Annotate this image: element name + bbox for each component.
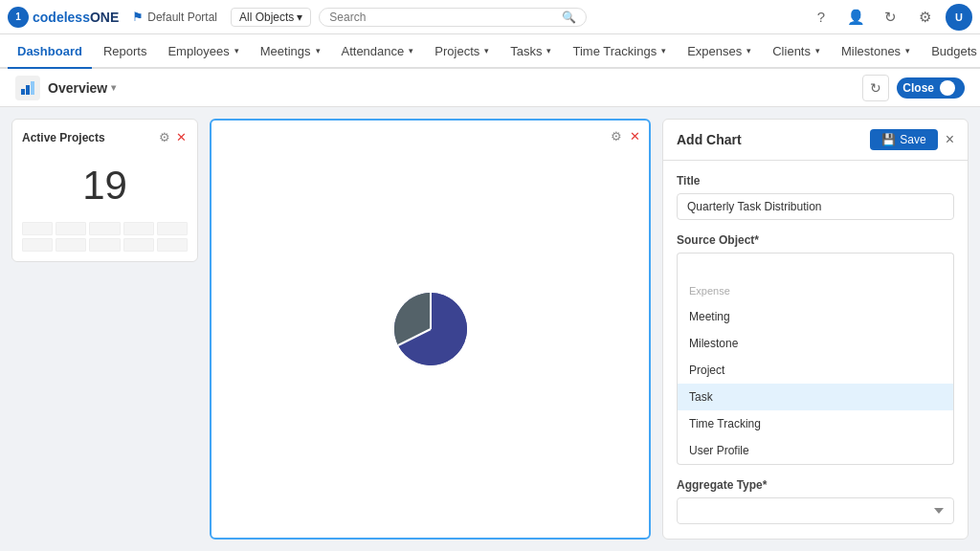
nav-label-time-trackings: Time Trackings xyxy=(572,44,657,58)
widget-close-button[interactable]: ✕ xyxy=(175,129,188,145)
all-objects-label: All Objects xyxy=(239,11,294,24)
toggle-circle xyxy=(940,80,955,96)
employees-chevron-icon: ▾ xyxy=(234,46,239,55)
nav-item-reports[interactable]: Reports xyxy=(94,34,157,69)
title-field-label: Title xyxy=(677,174,954,187)
dropdown-item-task[interactable]: Task xyxy=(678,384,953,410)
center-chart-panel: ⚙ ✕ xyxy=(210,119,651,540)
refresh-button[interactable]: ↻ xyxy=(862,75,889,101)
nav-item-expenses[interactable]: Expenses ▾ xyxy=(678,34,761,69)
users-icon[interactable]: 👤 xyxy=(842,4,869,31)
source-object-field-group: Source Object* Expense Meeting Milestone… xyxy=(677,233,954,465)
nav-item-tasks[interactable]: Tasks ▾ xyxy=(501,34,561,69)
dropdown-item-project[interactable]: Project xyxy=(678,357,953,384)
dropdown-item-expense-partial[interactable]: Expense xyxy=(678,278,953,303)
active-projects-widget: Active Projects ⚙ ✕ 19 xyxy=(11,119,198,262)
grid-cell xyxy=(56,222,86,235)
grid-cell xyxy=(22,238,53,252)
dropdown-item-milestone[interactable]: Milestone xyxy=(678,330,953,357)
meetings-chevron-icon: ▾ xyxy=(316,46,321,55)
svg-rect-1 xyxy=(26,85,30,95)
history-icon[interactable]: ↻ xyxy=(877,4,903,31)
title-field-group: Title xyxy=(677,174,954,220)
nav-item-attendance[interactable]: Attendance ▾ xyxy=(332,34,424,69)
svg-rect-0 xyxy=(21,89,25,95)
save-button[interactable]: 💾 Save xyxy=(870,129,937,150)
overview-title-text: Overview xyxy=(48,80,107,96)
widget-grid xyxy=(22,222,188,252)
widget-settings-button[interactable]: ⚙ xyxy=(158,129,171,145)
chart-icon xyxy=(392,291,469,367)
nav-label-employees: Employees xyxy=(167,44,229,58)
source-field-label: Source Object* xyxy=(677,233,954,247)
overview-icon xyxy=(15,76,40,100)
panel-header: Add Chart 💾 Save × xyxy=(663,120,968,161)
logo-text: codelessONE xyxy=(33,10,119,25)
dropdown-item-user-profile[interactable]: User Profile xyxy=(678,437,953,464)
svg-rect-2 xyxy=(31,81,34,95)
grid-cell xyxy=(89,222,120,235)
aggregate-property-label: Aggregate Property* xyxy=(677,538,954,539)
chart-settings-button[interactable]: ⚙ xyxy=(610,128,623,144)
time-trackings-chevron-icon: ▾ xyxy=(661,46,666,55)
chevron-down-icon: ▾ xyxy=(297,11,302,24)
nav-item-projects[interactable]: Projects ▾ xyxy=(425,34,499,69)
search-input[interactable] xyxy=(329,11,562,24)
widget-header: Active Projects ⚙ ✕ xyxy=(22,129,188,145)
overview-bar: Overview ▾ ↻ Close xyxy=(0,69,980,107)
nav-item-dashboard[interactable]: Dashboard xyxy=(8,34,92,69)
nav-label-budgets: Budgets xyxy=(931,44,977,58)
nav-label-projects: Projects xyxy=(434,44,479,58)
panel-body: Title Source Object* Expense Meeting Mil… xyxy=(663,161,968,539)
nav-bar: Dashboard Reports Employees ▾ Meetings ▾… xyxy=(0,34,980,69)
nav-item-meetings[interactable]: Meetings ▾ xyxy=(251,34,330,69)
add-chart-panel: Add Chart 💾 Save × Title Source Object* xyxy=(662,119,969,540)
dropdown-item-meeting[interactable]: Meeting xyxy=(678,303,953,330)
close-toggle-label: Close xyxy=(902,81,934,95)
dropdown-item-time-tracking[interactable]: Time Tracking xyxy=(678,410,953,437)
chart-close-button[interactable]: ✕ xyxy=(629,128,641,144)
widget-actions: ⚙ ✕ xyxy=(158,129,188,145)
aggregate-type-label: Aggregate Type* xyxy=(677,478,954,492)
attendance-chevron-icon: ▾ xyxy=(409,46,413,55)
source-dropdown-list: Expense Meeting Milestone Project Task T… xyxy=(677,278,954,465)
overview-title[interactable]: Overview ▾ xyxy=(48,80,116,96)
nav-label-tasks: Tasks xyxy=(510,44,542,58)
nav-item-employees[interactable]: Employees ▾ xyxy=(158,34,248,69)
overview-caret-icon: ▾ xyxy=(111,82,116,93)
settings-icon[interactable]: ⚙ xyxy=(911,4,938,31)
nav-item-milestones[interactable]: Milestones ▾ xyxy=(832,34,920,69)
all-objects-button[interactable]: All Objects ▾ xyxy=(231,8,311,27)
clients-chevron-icon: ▾ xyxy=(815,46,820,55)
avatar[interactable]: U xyxy=(946,4,972,31)
grid-cell xyxy=(157,238,188,252)
nav-label-reports: Reports xyxy=(103,44,147,58)
logo-icon: 1 xyxy=(8,7,29,28)
grid-cell xyxy=(123,222,154,235)
nav-item-clients[interactable]: Clients ▾ xyxy=(763,34,830,69)
nav-label-expenses: Expenses xyxy=(687,44,742,58)
source-object-input[interactable] xyxy=(677,253,954,278)
overview-right: ↻ Close xyxy=(862,75,965,101)
projects-chevron-icon: ▾ xyxy=(484,46,489,55)
nav-label-clients: Clients xyxy=(772,44,811,58)
nav-label-milestones: Milestones xyxy=(841,44,901,58)
aggregate-property-field-group: Aggregate Property* xyxy=(677,538,954,539)
panel-close-button[interactable]: × xyxy=(946,131,954,148)
help-icon[interactable]: ? xyxy=(808,4,835,31)
nav-item-time-trackings[interactable]: Time Trackings ▾ xyxy=(563,34,676,69)
top-bar-right: ? 👤 ↻ ⚙ U xyxy=(808,4,972,31)
portal-label: Default Portal xyxy=(147,11,217,24)
close-toggle-button[interactable]: Close xyxy=(897,77,965,99)
search-bar: 🔍 xyxy=(319,8,587,27)
portal-button[interactable]: ⚑ Default Portal xyxy=(126,10,223,24)
grid-cell xyxy=(22,222,53,235)
title-field-input[interactable] xyxy=(677,193,954,220)
center-panel-actions: ⚙ ✕ xyxy=(610,128,641,144)
aggregate-type-select[interactable] xyxy=(677,497,954,524)
grid-cell xyxy=(157,222,188,235)
save-icon: 💾 xyxy=(881,133,896,146)
nav-item-budgets[interactable]: Budgets ▾ xyxy=(922,34,980,69)
logo: 1 codelessONE xyxy=(8,7,119,28)
nav-label-attendance: Attendance xyxy=(342,44,405,58)
